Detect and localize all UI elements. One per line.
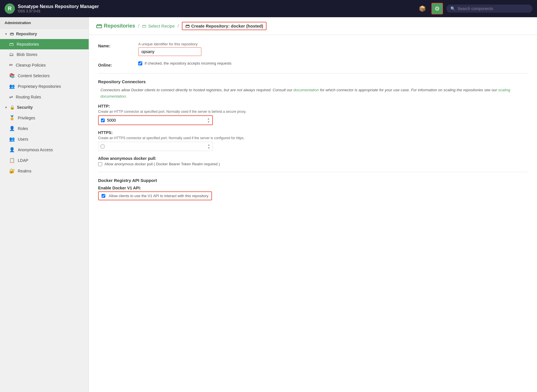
connector-note-3: .	[126, 94, 127, 98]
content-selectors-icon: 📚	[9, 73, 15, 78]
anon-label: Anonymous Access	[18, 148, 53, 152]
security-group-header[interactable]: ▼ 🔒 Security	[0, 102, 89, 112]
anon-docker-hint: Allow anonymous docker pull ( Docker Bea…	[104, 162, 220, 166]
sidebar-item-routing-rules[interactable]: ⇌ Routing Rules	[0, 92, 89, 102]
anon-docker-title: Allow anonymous docker pull:	[98, 156, 528, 161]
cleanup-icon: ✏	[9, 62, 13, 68]
name-input[interactable]	[138, 47, 201, 56]
http-spin-down[interactable]: ▼	[207, 120, 210, 123]
browse-icon: 📦	[419, 5, 426, 12]
realms-label: Realms	[18, 169, 31, 173]
routing-icon: ⇌	[9, 94, 13, 100]
gear-icon: ⚙	[435, 5, 440, 12]
connector-note: Connectors allow Docker clients to conne…	[98, 87, 528, 99]
repositories-label: Repositories	[17, 42, 39, 46]
repository-icon: 🗃	[10, 32, 14, 36]
v1-checkbox-wrapper: Allow clients to use the V1 API to inter…	[98, 191, 212, 200]
sidebar-item-realms[interactable]: 🔐 Realms	[0, 166, 89, 176]
ldap-label: LDAP	[18, 158, 28, 163]
admin-section-title: Administration	[0, 17, 89, 29]
layout: Administration ▼ 🗃 Repository 🗃 Reposito…	[0, 17, 537, 392]
app-title: Sonatype Nexus Repository Manager OSS 3.…	[18, 4, 99, 13]
anon-docker-checkbox[interactable]	[98, 162, 102, 166]
users-icon: 👥	[9, 136, 15, 142]
repository-group-header[interactable]: ▼ 🗃 Repository	[0, 29, 89, 39]
sidebar-item-proprietary-repos[interactable]: 👥 Proprietary Repositories	[0, 81, 89, 92]
online-hint: If checked, the repository accepts incom…	[145, 61, 231, 65]
breadcrumb-select-recipe[interactable]: 🗃 Select Recipe	[142, 24, 175, 28]
https-checkbox[interactable]	[101, 145, 104, 148]
content-selectors-label: Content Selectors	[18, 73, 50, 78]
http-hint: Create an HTTP connector at specified po…	[98, 110, 528, 114]
sidebar-item-anonymous-access[interactable]: 👤 Anonymous Access	[0, 144, 89, 155]
http-spin-up[interactable]: ▲	[207, 117, 210, 120]
breadcrumb-repositories[interactable]: 🗃 Repositories	[96, 22, 135, 30]
sidebar-item-ldap[interactable]: 📋 LDAP	[0, 155, 89, 166]
name-row: Name: A unique identifier for this repos…	[98, 42, 528, 56]
anon-docker-row: Allow anonymous docker pull ( Docker Bea…	[98, 162, 528, 166]
breadcrumb-repos-icon: 🗃	[96, 22, 102, 30]
http-spinners[interactable]: ▲ ▼	[207, 117, 210, 123]
http-port-input[interactable]	[107, 118, 205, 123]
sidebar-item-roles[interactable]: 👤 Roles	[0, 123, 89, 134]
admin-icon-btn[interactable]: ⚙	[431, 3, 443, 14]
privileges-icon: 🏅	[9, 115, 15, 121]
realms-icon: 🔐	[9, 168, 15, 174]
divider-2	[98, 172, 528, 172]
security-icon: 🔒	[10, 105, 15, 110]
search-input[interactable]	[458, 6, 528, 11]
blob-stores-label: Blob Stores	[17, 52, 37, 57]
repo-connectors-title: Repository Connectors	[98, 79, 528, 84]
https-wrapper: ▲ ▼	[98, 142, 213, 151]
navbar: R Sonatype Nexus Repository Manager OSS …	[0, 0, 537, 17]
sidebar-item-cleanup-policies[interactable]: ✏ Cleanup Policies	[0, 60, 89, 70]
breadcrumb-create-label: Create Repository: docker (hosted)	[191, 24, 263, 28]
anon-icon: 👤	[9, 147, 15, 152]
https-spin-down[interactable]: ▼	[207, 146, 210, 150]
sidebar-item-repositories[interactable]: 🗃 Repositories	[0, 39, 89, 49]
repository-group-label: Repository	[16, 32, 37, 36]
https-title: HTTPS:	[98, 130, 528, 135]
divider-1	[98, 73, 528, 73]
v1-hint: Allow clients to use the V1 API to inter…	[109, 194, 209, 198]
blob-stores-icon: 🗂	[9, 52, 14, 57]
sidebar-item-users[interactable]: 👥 Users	[0, 134, 89, 144]
search-bar: 🔍	[446, 5, 532, 13]
v1-api-checkbox[interactable]	[102, 194, 105, 198]
proprietary-label: Proprietary Repositories	[18, 84, 61, 89]
http-title: HTTP:	[98, 104, 528, 108]
online-row: Online: If checked, the repository accep…	[98, 61, 528, 67]
create-repo-form: Name: A unique identifier for this repos…	[89, 35, 537, 212]
breadcrumb: 🗃 Repositories / 🗃 Select Recipe / 🗃 Cre…	[89, 17, 537, 35]
breadcrumb-recipe-icon: 🗃	[142, 24, 146, 28]
online-checkbox[interactable]	[138, 61, 142, 65]
roles-icon: 👤	[9, 126, 15, 131]
breadcrumb-create: 🗃 Create Repository: docker (hosted)	[182, 22, 267, 30]
sidebar-item-privileges[interactable]: 🏅 Privileges	[0, 112, 89, 123]
connector-doc-link[interactable]: documentation	[293, 88, 319, 92]
http-port-wrapper: ▲ ▼	[98, 115, 213, 125]
roles-label: Roles	[18, 126, 28, 131]
http-section: HTTP: Create an HTTP connector at specif…	[98, 104, 528, 125]
app-version: OSS 3.37.0-01	[18, 9, 99, 13]
v1-api-title: Enable Docker V1 API:	[98, 186, 528, 190]
breadcrumb-recipe-label: Select Recipe	[148, 24, 175, 28]
v1-api-section: Enable Docker V1 API: Allow clients to u…	[98, 186, 528, 200]
search-icon: 🔍	[450, 6, 455, 11]
repositories-icon: 🗃	[9, 42, 14, 47]
cleanup-label: Cleanup Policies	[16, 63, 46, 67]
name-label: Name:	[98, 42, 133, 48]
https-section: HTTPS: Create an HTTPS connector at spec…	[98, 130, 528, 151]
ldap-icon: 📋	[9, 158, 15, 163]
breadcrumb-create-icon: 🗃	[185, 24, 190, 28]
anon-docker-section: Allow anonymous docker pull: Allow anony…	[98, 156, 528, 166]
browse-icon-btn[interactable]: 📦	[417, 3, 428, 14]
sidebar-item-content-selectors[interactable]: 📚 Content Selectors	[0, 70, 89, 81]
breadcrumb-sep-1: /	[138, 24, 139, 29]
sidebar-item-blob-stores[interactable]: 🗂 Blob Stores	[0, 49, 89, 60]
https-spinners[interactable]: ▲ ▼	[207, 143, 210, 150]
http-checkbox[interactable]	[101, 119, 105, 122]
https-spin-up[interactable]: ▲	[207, 143, 210, 146]
breadcrumb-sep-2: /	[178, 24, 179, 29]
proprietary-icon: 👥	[9, 84, 15, 89]
